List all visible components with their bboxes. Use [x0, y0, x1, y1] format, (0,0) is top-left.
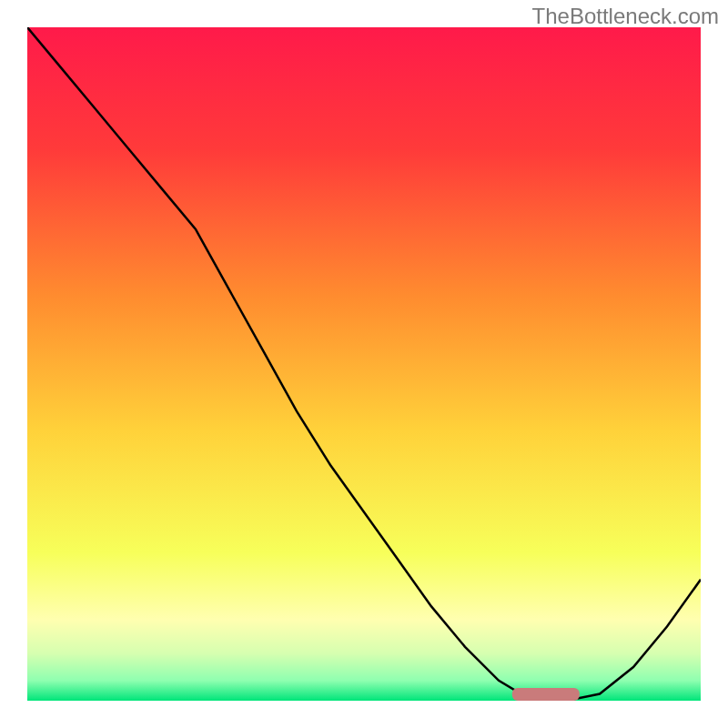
watermark-text: TheBottleneck.com [532, 4, 719, 29]
chart-background [27, 27, 701, 701]
optimum-marker [512, 688, 580, 701]
bottleneck-chart [27, 27, 701, 701]
